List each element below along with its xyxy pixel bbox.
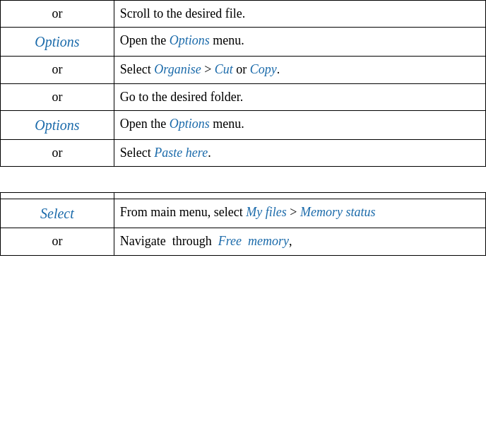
top-table-cell-right-1: Open the Options menu. xyxy=(114,28,485,57)
top-table-cell-right-3: Go to the desired folder. xyxy=(114,83,485,110)
top-table-cell-left-3: or xyxy=(1,83,114,110)
spacer xyxy=(0,167,486,179)
top-table-cell-right-2: Select Organise > Cut or Copy. xyxy=(114,57,485,83)
top-table-cell-right-4: Open the Options menu. xyxy=(114,110,485,139)
top-table-cell-left-1: Options xyxy=(1,28,114,57)
phone-memory-table: Select From main menu, select My files >… xyxy=(0,192,486,255)
top-table-cell-right-0: Scroll to the desired file. xyxy=(114,1,485,28)
cell-select-desc: From main menu, select My files > Memory… xyxy=(114,199,485,228)
top-table-row: OptionsOpen the Options menu. xyxy=(1,28,486,57)
top-table-cell-left-2: or xyxy=(1,57,114,83)
table-header-row xyxy=(1,193,486,199)
header-press xyxy=(1,193,114,199)
cell-or-2: or xyxy=(1,228,114,255)
cell-or-2-desc: Navigate through Free memory, xyxy=(114,228,485,255)
top-table-cell-left-4: Options xyxy=(1,110,114,139)
phone-memory-row-select: Select From main menu, select My files >… xyxy=(1,199,486,228)
top-table-cell-left-0: or xyxy=(1,1,114,28)
cell-select: Select xyxy=(1,199,114,228)
top-table-cell-right-5: Select Paste here. xyxy=(114,139,485,166)
phone-memory-row-or: or Navigate through Free memory, xyxy=(1,228,486,255)
top-table-row: orSelect Paste here. xyxy=(1,139,486,166)
header-to xyxy=(114,193,485,199)
top-table-row: orGo to the desired folder. xyxy=(1,83,486,110)
top-table-row: orScroll to the desired file. xyxy=(1,1,486,28)
top-table-row: OptionsOpen the Options menu. xyxy=(1,110,486,139)
top-table: orScroll to the desired file.OptionsOpen… xyxy=(0,0,486,167)
top-table-row: orSelect Organise > Cut or Copy. xyxy=(1,57,486,83)
top-table-cell-left-5: or xyxy=(1,139,114,166)
